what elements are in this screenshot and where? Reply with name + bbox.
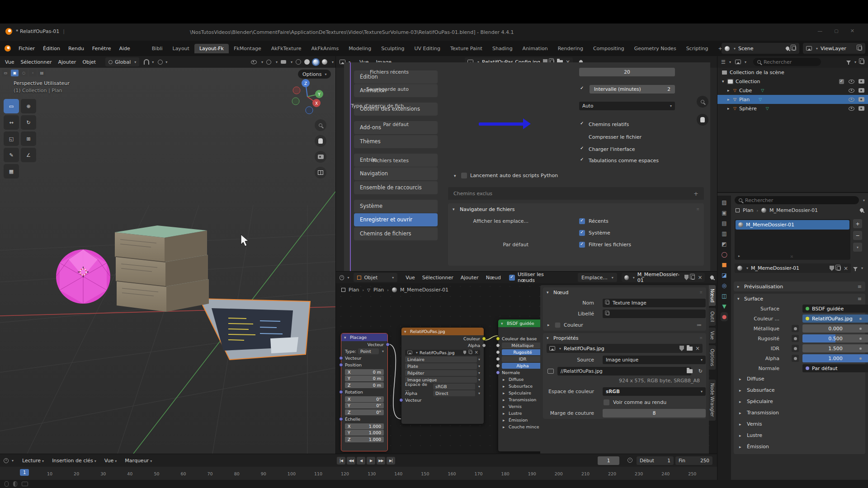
n-panel-tab-node-wrangler[interactable]: Node Wrangler [709, 380, 716, 421]
shading-wireframe-icon[interactable] [296, 59, 301, 65]
workspace-tab[interactable]: Texture Paint [445, 44, 487, 53]
viewport-menu-item[interactable]: Sélectionner [18, 58, 55, 66]
recent-files-field[interactable]: 20 [579, 68, 675, 76]
slot-specials-button[interactable]: ▾ [853, 243, 862, 252]
autosave-interval-field[interactable]: Intervalle (minutes) 2 [590, 85, 675, 94]
properties-tab-icon[interactable]: ▤ [722, 220, 726, 226]
unlink-image-icon[interactable]: × [695, 346, 700, 351]
gizmos-icon[interactable] [266, 60, 271, 65]
prefs-nav-button[interactable]: Chemins de fichiers [354, 227, 438, 240]
display-mode-icon[interactable]: ☰ [721, 59, 726, 65]
bsdf-input[interactable]: Couleur de base [502, 336, 543, 342]
input-socket[interactable] [496, 371, 500, 375]
shader-menu-item[interactable]: Sélectionner [419, 273, 457, 282]
viewport-menu-item[interactable]: Vue [2, 58, 18, 66]
select-lasso-icon[interactable]: ◦ [29, 70, 37, 76]
outliner-object-row[interactable]: ▸ ▽ Plan ▽ [717, 95, 868, 104]
tool-rotate[interactable]: ↻ [21, 115, 36, 130]
bsdf-section[interactable]: ▸Couche mince [498, 423, 547, 430]
property-value-field[interactable]: 0.000 [802, 324, 868, 333]
keyframe-dot[interactable] [859, 357, 862, 360]
hide-eye-icon[interactable] [849, 89, 854, 93]
pin-icon[interactable] [785, 46, 790, 51]
menu-item[interactable]: Fenêtre [88, 44, 115, 53]
workspace-tab[interactable]: Layout-Fk [194, 44, 229, 53]
menu-item[interactable]: Rendu [64, 44, 88, 53]
bsdf-input[interactable]: Métallique [502, 343, 543, 348]
shader-menu-item[interactable]: Ajouter [457, 273, 482, 282]
mapping-type-dropdown[interactable]: Point [358, 348, 379, 354]
disable-render-icon[interactable] [859, 79, 864, 84]
tool-transform[interactable]: ⊞ [21, 131, 36, 146]
workspace-tab[interactable]: AkFkAnims [307, 44, 344, 53]
collapsed-section-row[interactable]: ▸Émission [734, 441, 865, 452]
excluded-paths-section[interactable]: Chemins exclus + [448, 187, 704, 200]
fake-user-shield-icon[interactable] [679, 346, 684, 351]
view-as-render-checkbox[interactable] [604, 399, 609, 405]
node-label-field[interactable] [603, 310, 706, 318]
shading-material-icon[interactable] [313, 59, 319, 65]
timeline-ruler[interactable]: 1 10203040506070809010011012013014015016… [0, 467, 717, 480]
timeline-menu-item[interactable]: Insertion de clés▾ [48, 456, 100, 465]
texture-dropdown[interactable]: Plate [405, 363, 477, 369]
input-socket[interactable] [496, 350, 500, 354]
select-circle-icon[interactable]: ◌ [20, 70, 28, 76]
prefs-nav-button[interactable]: Enregistrer et ouvrir [354, 213, 438, 226]
reload-image-icon[interactable]: ↻ [698, 368, 703, 374]
preview-type-dropdown[interactable]: Auto▾ [579, 102, 675, 110]
use-nodes-checkbox[interactable] [509, 275, 515, 281]
property-value-field[interactable]: RelatifOuPas.jpg [802, 314, 868, 323]
bsdf-input[interactable]: Alpha [502, 363, 543, 369]
input-socket[interactable] [339, 417, 343, 421]
property-value-field[interactable]: BSDF guidée [802, 305, 868, 313]
workspace-tab[interactable]: Animation [518, 44, 553, 53]
properties-search-input[interactable]: Rechercher [735, 196, 859, 204]
outliner-object-row[interactable]: ▸ ▽ Cube ▽ [717, 86, 868, 95]
duplicate-image-icon[interactable] [469, 351, 472, 354]
tool-annotate[interactable]: ✎ [4, 148, 19, 162]
n-panel-tab[interactable]: Vue [709, 328, 716, 343]
disable-render-icon[interactable] [859, 88, 864, 93]
properties-tab-icon[interactable]: ◫ [722, 293, 726, 299]
window-minimize-button[interactable]: — [817, 28, 822, 34]
transport-button[interactable]: ▶ [367, 457, 375, 465]
collapsed-section-row[interactable]: ▸Spéculaire [734, 396, 865, 407]
material-datablock-selector[interactable]: ▾ M_MemeDossier-01 × [622, 273, 705, 282]
timeline-menu-item[interactable]: Lecture▾ [18, 456, 48, 465]
transport-button[interactable]: |◀ [337, 457, 345, 465]
keyframe-dot[interactable] [859, 318, 862, 320]
bsdf-section[interactable]: ▸Diffuse [498, 376, 547, 383]
editor-type-timeline-icon[interactable] [4, 458, 9, 463]
n-panel-tab[interactable]: Outil [709, 308, 716, 326]
editor-type-shader-icon[interactable] [340, 275, 344, 280]
current-frame-field[interactable]: 1 [598, 456, 619, 465]
shader-menu-item[interactable]: Vue [402, 273, 419, 282]
add-slot-button[interactable]: + [853, 219, 862, 228]
texture-image-selector[interactable]: ▾ RelatifOuPas.jpg × [405, 350, 480, 356]
python-expander[interactable]: ▾ [454, 174, 458, 178]
input-socket[interactable] [496, 364, 500, 368]
image-path-field[interactable]: //RelatifOuPas.jpg [557, 367, 691, 375]
viewlayer-selector[interactable]: ▾ ViewLayer [803, 43, 865, 54]
transport-button[interactable]: ◀ [357, 457, 365, 465]
shading-solid-icon[interactable] [304, 59, 310, 65]
zoom-icon[interactable] [697, 96, 708, 108]
tool-cursor[interactable]: ⊕ [21, 99, 36, 113]
workspace-tab[interactable]: Rendering [553, 44, 588, 53]
bsdf-input[interactable]: Normale [502, 370, 543, 375]
proportional-editing-icon[interactable] [158, 60, 163, 65]
workspace-tab[interactable]: Shading [487, 44, 518, 53]
keyframe-dot[interactable] [859, 347, 862, 350]
bsdf-section[interactable]: ▸Vernis [498, 403, 547, 410]
disable-render-icon[interactable] [859, 106, 864, 111]
outliner-search-input[interactable]: Rechercher [753, 58, 821, 66]
material-slot-row[interactable]: M_MemeDossier-01 [736, 220, 849, 230]
properties-tab-icon[interactable]: ▨ [722, 199, 726, 206]
unlink-image-icon[interactable]: × [475, 350, 478, 355]
remove-slot-button[interactable]: − [853, 231, 862, 240]
workspace-tab[interactable]: Modeling [344, 44, 376, 53]
blender-menu-icon[interactable] [5, 45, 11, 52]
properties-tab-icon[interactable]: ▣ [722, 210, 726, 216]
python-autorun-checkbox[interactable] [461, 173, 467, 178]
hide-eye-icon[interactable] [849, 107, 854, 111]
